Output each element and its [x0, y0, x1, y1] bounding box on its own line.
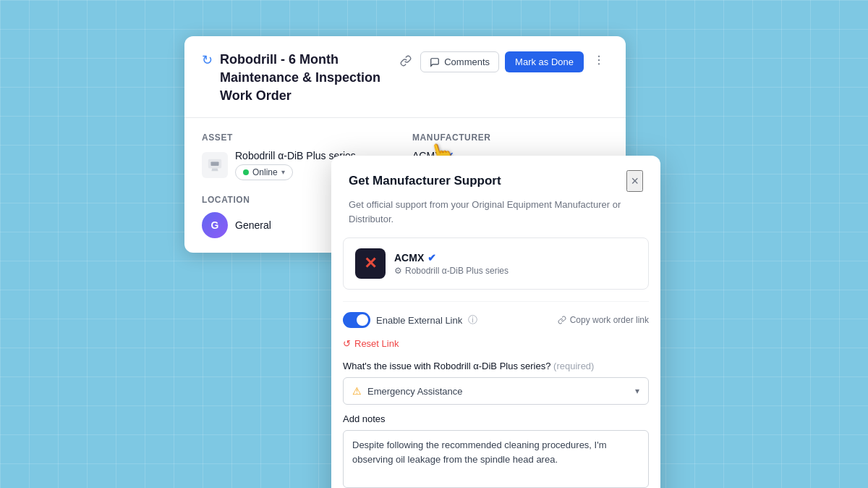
selected-issue: Emergency Assistance	[367, 386, 463, 397]
manufacturer-verified-icon: ✔	[427, 252, 436, 264]
issue-label: What's the issue with Robodrill α-DiB Pl…	[343, 361, 649, 371]
reset-link-row: ↺ Reset Link	[331, 338, 660, 358]
dropdown-chevron-icon: ▾	[635, 386, 639, 396]
notes-label: Add notes	[343, 413, 649, 424]
card-header: ↻ Robodrill - 6 Month Maintenance & Insp…	[184, 36, 626, 118]
manufacturer-logo: ✕	[355, 248, 386, 279]
refresh-icon: ↻	[202, 52, 213, 68]
warning-icon: ⚠	[352, 385, 362, 397]
reset-link-label: Reset Link	[354, 338, 399, 349]
external-link-toggle[interactable]	[343, 312, 370, 328]
copy-link-label: Copy work order link	[570, 315, 649, 325]
toggle-knob	[357, 314, 368, 326]
svg-point-1	[598, 59, 600, 61]
external-link-row: Enable External Link ⓘ Copy work order l…	[331, 302, 660, 338]
svg-point-2	[598, 63, 600, 64]
reset-link-icon: ↺	[343, 338, 351, 349]
issue-dropdown[interactable]: ⚠ Emergency Assistance ▾	[343, 377, 649, 405]
dropdown-left: ⚠ Emergency Assistance	[352, 385, 463, 397]
manufacturer-machine: ⚙ Robodrill α-DiB Plus series	[394, 266, 509, 276]
status-badge[interactable]: Online ▾	[235, 164, 293, 180]
status-dot	[243, 169, 249, 175]
modal-header: Get Manufacturer Support ×	[331, 156, 660, 192]
svg-point-0	[598, 56, 600, 57]
copy-work-order-link-button[interactable]: Copy work order link	[558, 315, 649, 325]
manufacturer-support-modal: Get Manufacturer Support × Get official …	[331, 156, 660, 488]
manufacturer-logo-icon: ✕	[364, 254, 377, 273]
link-icon-button[interactable]	[397, 52, 414, 72]
modal-subtitle: Get official support from your Original …	[331, 192, 660, 237]
external-link-label: Enable External Link	[376, 315, 462, 326]
status-chevron: ▾	[281, 168, 285, 176]
location-name: General	[235, 219, 271, 231]
asset-thumbnail	[202, 152, 228, 178]
title-area: ↻ Robodrill - 6 Month Maintenance & Insp…	[202, 51, 397, 106]
svg-rect-4	[211, 161, 219, 166]
card-title: Robodrill - 6 Month Maintenance & Inspec…	[220, 51, 397, 106]
reset-link-button[interactable]: ↺ Reset Link	[343, 338, 399, 349]
notes-section: Add notes Despite following the recommen…	[331, 413, 660, 488]
location-avatar: G	[202, 212, 228, 238]
comments-button[interactable]: Comments	[420, 51, 499, 72]
card-actions: Comments Mark as Done	[397, 51, 608, 73]
info-icon[interactable]: ⓘ	[468, 314, 477, 327]
modal-title: Get Manufacturer Support	[349, 174, 501, 188]
toggle-row: Enable External Link ⓘ	[343, 312, 477, 328]
mark-as-done-button[interactable]: Mark as Done	[505, 51, 584, 72]
more-options-button[interactable]	[590, 51, 608, 73]
manufacturer-card: ✕ ACMX ✔ ⚙ Robodrill α-DiB Plus series	[343, 237, 649, 290]
notes-textarea[interactable]: Despite following the recommended cleani…	[343, 430, 649, 488]
modal-close-button[interactable]: ×	[626, 170, 643, 192]
status-label: Online	[252, 167, 278, 177]
manufacturer-info: ACMX ✔ ⚙ Robodrill α-DiB Plus series	[394, 252, 509, 276]
asset-label: Asset	[202, 132, 398, 143]
issue-section: What's the issue with Robodrill α-DiB Pl…	[331, 358, 660, 413]
required-tag: (required)	[553, 361, 594, 371]
machine-icon: ⚙	[394, 266, 402, 276]
manufacturer-card-name: ACMX ✔	[394, 252, 509, 264]
